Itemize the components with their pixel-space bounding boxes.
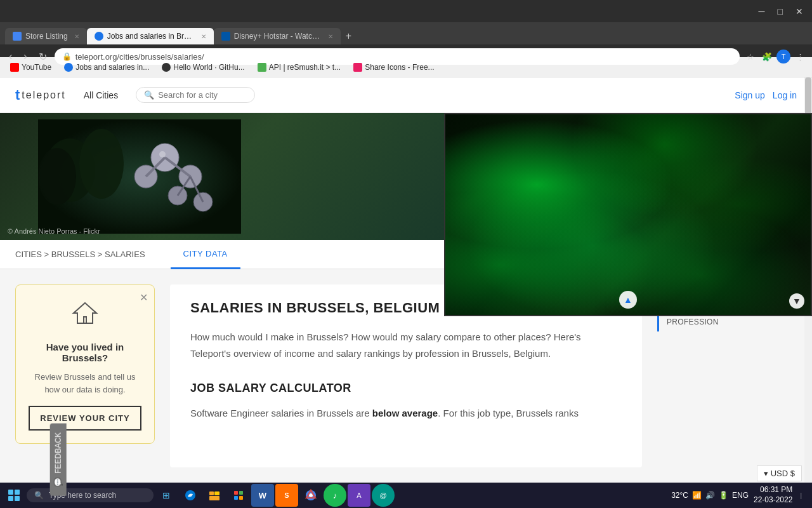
svg-rect-22 <box>234 496 238 500</box>
lock-icon: 🔒 <box>62 52 72 61</box>
tab-city-data[interactable]: CITY DATA <box>171 240 240 269</box>
overlay-visualization: ▲ ▼ <box>444 113 812 316</box>
taskbar-search-box[interactable]: 🔍 Type here to search <box>27 488 154 502</box>
tab-salaries-close[interactable]: ✕ <box>201 33 206 40</box>
bookmark-api[interactable]: API | reSmush.it > t... <box>252 61 346 74</box>
title-bar: ─ □ ✕ <box>0 0 812 22</box>
site-logo: t teleport <box>15 87 66 104</box>
taskbar-date-display: 22-03-2022 <box>754 495 792 505</box>
taskbar-wifi-icon[interactable]: 📶 <box>692 491 702 500</box>
minimize-button[interactable]: ─ <box>755 4 769 19</box>
taskbar-extra1-icon[interactable]: A <box>348 484 370 507</box>
svg-point-2 <box>79 129 124 199</box>
site-header: t teleport All Cities 🔍 Sign up Log in <box>0 77 812 113</box>
feedback-bubble-icon: 💬 <box>54 478 63 487</box>
windows-taskbar: 🔍 Type here to search ⊞ W S ♪ A @ 32°C 📶… <box>0 483 812 508</box>
taskbar-system-icons: 32°C 📶 🔊 🔋 ENG <box>671 491 749 500</box>
new-tab-button[interactable]: + <box>341 28 357 44</box>
taskbar-task-view[interactable]: ⊞ <box>155 484 178 507</box>
log-in-link[interactable]: Log in <box>773 90 797 100</box>
city-search-box[interactable]: 🔍 <box>136 87 255 103</box>
breadcrumb-brussels[interactable]: BRUSSELS <box>51 250 95 259</box>
address-url: teleport.org/cities/brussels/salaries/ <box>75 52 204 62</box>
float-card-description: Review Brussels and tell us how our data… <box>29 371 141 396</box>
close-button[interactable]: ✕ <box>792 4 807 19</box>
tab-store[interactable]: Store Listing ✕ <box>5 28 87 44</box>
taskbar-time-display: 06:31 PM <box>754 485 792 495</box>
tab-disney-close[interactable]: ✕ <box>328 33 333 40</box>
tab-disney[interactable]: Disney+ Hotstar - Watch TV Sho... ✕ <box>214 28 341 44</box>
hero-credit: © Andrés Nieto Porras - Flickr <box>8 227 100 235</box>
svg-rect-20 <box>234 491 238 495</box>
bookmark-github[interactable]: Hello World · GitHu... <box>157 61 249 74</box>
svg-rect-18 <box>209 496 219 500</box>
toolbar-icons: ☆ 🧩 T ⋮ <box>743 50 807 64</box>
breadcrumb-salaries: SALARIES <box>105 250 145 259</box>
currency-selector[interactable]: ▾ USD $ <box>757 465 802 481</box>
tab-salaries-icon <box>95 32 103 41</box>
overlay-up-arrow[interactable]: ▲ <box>619 291 637 309</box>
svg-point-13 <box>159 151 166 157</box>
menu-icon[interactable]: ⋮ <box>793 50 807 64</box>
taskbar-extra2-icon[interactable]: @ <box>372 484 395 507</box>
float-card-close-button[interactable]: ✕ <box>140 291 148 304</box>
house-icon <box>29 298 141 334</box>
breadcrumb-cities[interactable]: CITIES <box>15 250 42 259</box>
taskbar-battery-icon[interactable]: 🔋 <box>719 491 728 500</box>
search-magnifier-icon: 🔍 <box>144 90 154 100</box>
overlay-close-button[interactable]: ▼ <box>789 293 804 309</box>
feedback-button[interactable]: 💬 FEEDBACK <box>50 424 67 496</box>
browser-chrome: ─ □ ✕ Store Listing ✕ Jobs and salaries … <box>0 0 812 57</box>
taskbar-volume-icon[interactable]: 🔊 <box>705 491 715 500</box>
taskbar-spotify-icon[interactable]: ♪ <box>324 484 346 507</box>
taskbar-chrome-icon[interactable] <box>299 484 322 507</box>
svg-marker-14 <box>74 303 96 323</box>
bookmark-star-icon[interactable]: ☆ <box>743 50 757 64</box>
start-button[interactable] <box>3 484 25 507</box>
tab-store-close[interactable]: ✕ <box>74 33 79 40</box>
page-content: t teleport All Cities 🔍 Sign up Log in <box>0 77 812 483</box>
review-city-button[interactable]: REVIEW YOUR CITY <box>29 406 141 431</box>
sign-up-link[interactable]: Sign up <box>735 90 764 100</box>
all-cities-button[interactable]: All Cities <box>79 88 123 103</box>
taskbar-word-icon[interactable]: W <box>251 484 274 507</box>
taskbar-search-icon: 🔍 <box>34 491 44 500</box>
nav-tabs: CITY DATA <box>171 240 240 269</box>
taskbar-show-desktop[interactable]: | <box>797 492 804 499</box>
bookmark-share[interactable]: Share Icons - Free... <box>348 61 439 74</box>
city-search-input[interactable] <box>158 90 247 100</box>
salaries-bm-icon <box>64 63 73 72</box>
section-sub-title: JOB SALARY CALCULATOR <box>190 382 622 395</box>
taskbar-sublime-icon[interactable]: S <box>275 484 298 507</box>
svg-rect-19 <box>214 491 219 495</box>
share-icon <box>353 63 362 72</box>
tab-salaries[interactable]: Jobs and salaries in Brussels, Bel... ✕ <box>87 28 214 44</box>
scrollbar-thumb[interactable] <box>805 77 811 116</box>
windows-logo-icon <box>8 490 20 501</box>
tab-disney-icon <box>221 32 230 41</box>
taskbar-edge-icon[interactable] <box>179 484 202 507</box>
extensions-icon[interactable]: 🧩 <box>760 50 774 64</box>
svg-rect-21 <box>239 491 243 495</box>
taskbar-datetime: 06:31 PM 22-03-2022 <box>754 485 792 505</box>
api-icon <box>258 63 266 72</box>
profile-icon[interactable]: T <box>776 50 790 64</box>
svg-point-3 <box>38 148 76 205</box>
currency-dropdown-icon: ▾ <box>764 469 768 478</box>
svg-rect-23 <box>239 496 243 500</box>
tab-store-icon <box>13 32 22 41</box>
taskbar-explorer-icon[interactable] <box>203 484 226 507</box>
svg-rect-17 <box>209 491 214 495</box>
site-nav-left: t teleport All Cities 🔍 <box>15 87 255 104</box>
site-nav-right: Sign up Log in <box>735 90 797 100</box>
maximize-button[interactable]: □ <box>774 4 787 19</box>
bookmark-youtube[interactable]: YouTube <box>5 61 56 74</box>
taskbar-store-icon[interactable] <box>227 484 250 507</box>
section-body: Software Engineer salaries in Brussels a… <box>190 405 622 422</box>
taskbar-lang: ENG <box>732 491 749 500</box>
youtube-icon <box>10 63 19 72</box>
bookmark-salaries[interactable]: Jobs and salaries in... <box>59 61 154 74</box>
taskbar-right: 32°C 📶 🔊 🔋 ENG 06:31 PM 22-03-2022 | <box>671 485 809 505</box>
breadcrumb: CITIES > BRUSSELS > SALARIES <box>15 250 145 259</box>
float-card: ✕ Have you lived in Brussels? Review Bru… <box>15 284 155 444</box>
